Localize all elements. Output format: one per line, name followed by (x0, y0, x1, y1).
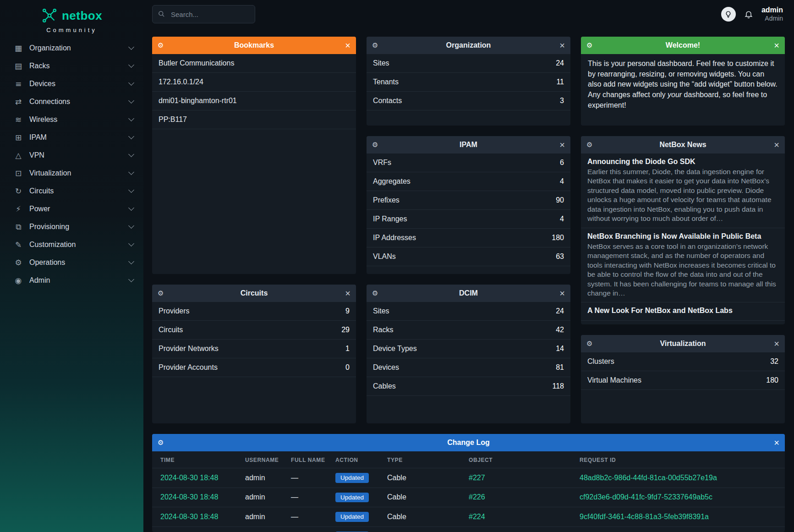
sidebar-nav: ▦ Organization ▤ Racks ≡ Devices ⇄ Conne… (0, 39, 143, 289)
changelog-row: 2024-08-30 18:43 admin — Updated Cable #… (152, 527, 785, 532)
close-icon[interactable]: × (774, 438, 779, 448)
changelog-time-cell: 2024-08-30 18:48 (152, 507, 241, 527)
change-log-body: TIME USERNAME FULL NAME ACTION TYPE OBJE… (152, 451, 785, 532)
sidebar-item-customization[interactable]: ✎ Customization (0, 236, 143, 253)
bookmark-link[interactable]: PP:B117 (152, 110, 356, 129)
gear-icon[interactable]: ⚙ (586, 340, 592, 348)
stat-row: Clusters 32 (581, 352, 785, 371)
news-article-link[interactable]: Announcing the Diode Go SDK (587, 158, 778, 166)
changelog-fullname-cell: — (287, 488, 332, 507)
stat-value: 180 (766, 376, 778, 384)
close-icon[interactable]: × (345, 40, 350, 51)
bookmark-link[interactable]: dmi01-binghamton-rtr01 (152, 92, 356, 110)
sidebar-item-organization[interactable]: ▦ Organization (0, 39, 143, 57)
sidebar-item-wireless[interactable]: ≋ Wireless (0, 110, 143, 128)
object-link[interactable]: #227 (469, 474, 485, 482)
object-link[interactable]: #224 (469, 513, 485, 521)
change-log-widget: ⚙ Change Log × TIME USERNAME FULL NAME (152, 434, 785, 532)
stat-value: 11 (556, 78, 564, 86)
sidebar-item-label: Circuits (29, 187, 129, 195)
lightbulb-icon (724, 11, 732, 18)
gear-icon[interactable]: ⚙ (158, 289, 164, 297)
customization-icon: ✎ (13, 240, 24, 249)
changelog-action-cell: Updated (332, 468, 383, 488)
bookmark-link[interactable]: 172.16.0.1/24 (152, 73, 356, 92)
gear-icon[interactable]: ⚙ (372, 289, 378, 297)
sidebar-item-label: Operations (29, 258, 129, 267)
sidebar-item-devices[interactable]: ≡ Devices (0, 75, 143, 93)
stat-row: IP Addresses 180 (367, 229, 570, 247)
stat-label: IP Ranges (373, 215, 407, 223)
request-id-link[interactable]: 48ad8b2c-986d-44fd-81ca-00d55b27e19a (580, 474, 717, 482)
sidebar-item-racks[interactable]: ▤ Racks (0, 57, 143, 75)
changelog-time-link[interactable]: 2024-08-30 18:48 (160, 493, 218, 501)
sidebar-item-ipam[interactable]: ⊞ IPAM (0, 128, 143, 146)
gear-icon[interactable]: ⚙ (586, 141, 592, 149)
changelog-action-cell: Updated (332, 507, 383, 527)
changelog-time-link[interactable]: 2024-08-30 18:48 (160, 474, 218, 482)
user-menu[interactable]: admin Admin (761, 5, 783, 23)
gear-icon[interactable]: ⚙ (158, 41, 164, 49)
sidebar-item-label: Provisioning (29, 223, 129, 231)
gear-icon[interactable]: ⚙ (372, 41, 378, 49)
changelog-requestid-cell: 7c3e48ac-46d9-4f38-88bf-f98301c997c9 (576, 527, 785, 532)
close-icon[interactable]: × (559, 140, 565, 150)
gear-icon[interactable]: ⚙ (372, 141, 378, 149)
close-icon[interactable]: × (559, 288, 565, 299)
widget-title: Change Log (447, 439, 489, 447)
close-icon[interactable]: × (774, 140, 779, 150)
provisioning-icon: ⧉ (13, 222, 24, 231)
stat-row: VRFs 6 (367, 154, 570, 172)
sidebar-item-circuits[interactable]: ↻ Circuits (0, 182, 143, 200)
changelog-time-link[interactable]: 2024-08-30 18:48 (160, 513, 218, 521)
changelog-time-cell: 2024-08-30 18:48 (152, 488, 241, 507)
news-article-summary: Earlier this summer, Diode, the data ing… (587, 167, 778, 224)
column-header-type: TYPE (383, 451, 465, 468)
request-id-link[interactable]: cf92d3e6-d09d-41fc-9fd7-52337649ab5c (580, 493, 712, 501)
stat-row: Sites 24 (367, 54, 570, 73)
close-icon[interactable]: × (774, 40, 779, 51)
bookmark-link[interactable]: Butler Communications (152, 54, 356, 73)
stat-row: Provider Accounts 0 (152, 358, 356, 377)
sidebar-item-power[interactable]: ⚡ Power (0, 200, 143, 218)
sidebar-item-virtualization[interactable]: ⊡ Virtualization (0, 164, 143, 182)
stat-label: VLANs (373, 252, 396, 261)
close-icon[interactable]: × (774, 339, 779, 349)
changelog-row: 2024-08-30 18:48 admin — Updated Cable #… (152, 468, 785, 488)
chevron-down-icon (128, 187, 134, 193)
news-article: A New Look For NetBox and NetBox Labs (581, 302, 785, 321)
notifications-bell-icon[interactable] (744, 10, 753, 19)
stat-label: Racks (373, 326, 393, 334)
main-area: admin Admin ⚙ Bookmarks × Butler Communi… (143, 0, 794, 532)
news-article: Announcing the Diode Go SDK Earlier this… (581, 154, 785, 228)
admin-icon: ◉ (13, 276, 24, 285)
column-header-requestid: REQUEST ID (576, 451, 785, 468)
theme-toggle-button[interactable] (721, 7, 736, 22)
close-icon[interactable]: × (559, 40, 565, 51)
column-header-username: USERNAME (241, 451, 287, 468)
close-icon[interactable]: × (345, 288, 350, 299)
sidebar: netbox Community ▦ Organization ▤ Racks … (0, 0, 143, 532)
stat-row: Providers 9 (152, 302, 356, 321)
search-input[interactable] (152, 5, 255, 23)
sidebar-item-provisioning[interactable]: ⧉ Provisioning (0, 218, 143, 236)
news-article-link[interactable]: A New Look For NetBox and NetBox Labs (587, 307, 778, 315)
stat-row: Provider Networks 1 (152, 340, 356, 358)
sidebar-item-operations[interactable]: ⚙ Operations (0, 253, 143, 271)
sidebar-item-vpn[interactable]: △ VPN (0, 146, 143, 164)
changelog-type-cell: Cable (383, 488, 465, 507)
request-id-link[interactable]: 9cf40fdf-3461-4c88-81a3-5feb39f8391a (580, 513, 709, 521)
news-article-link[interactable]: NetBox Branching is Now Available in Pub… (587, 232, 778, 241)
news-article-summary: NetBox serves as a core tool in an organ… (587, 242, 778, 298)
changelog-fullname-cell: — (287, 468, 332, 488)
gear-icon[interactable]: ⚙ (158, 439, 164, 447)
vpn-icon: △ (13, 151, 24, 160)
welcome-italic-word: your (668, 91, 682, 99)
chevron-down-icon (128, 98, 134, 104)
virtualization-icon: ⊡ (13, 169, 24, 178)
gear-icon[interactable]: ⚙ (586, 41, 592, 49)
object-link[interactable]: #226 (469, 493, 485, 501)
sidebar-item-connections[interactable]: ⇄ Connections (0, 93, 143, 110)
brand-name[interactable]: netbox (62, 9, 102, 23)
sidebar-item-admin[interactable]: ◉ Admin (0, 271, 143, 289)
